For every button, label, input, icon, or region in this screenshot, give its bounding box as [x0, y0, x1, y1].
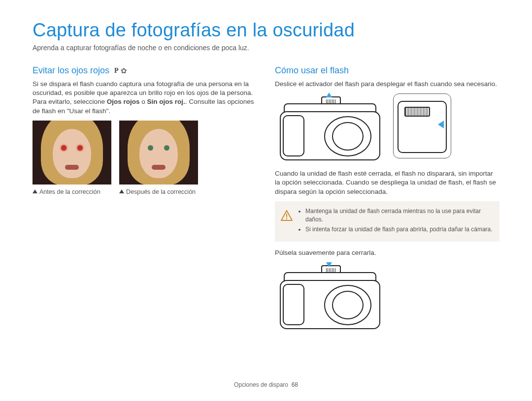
flash-switch-inset: [393, 93, 451, 158]
arrow-up-icon: [326, 93, 332, 97]
warning-icon: [281, 210, 293, 221]
right-column: Cómo usar el flash Deslice el activador …: [275, 65, 499, 338]
section-heading-red-eye-text: Evitar los ojos rojos: [33, 65, 109, 76]
caption-before: Antes de la corrección: [33, 188, 111, 195]
caption-marker-icon: [33, 189, 37, 193]
photo-before-correction: [33, 121, 111, 185]
camera-illustration-close: [275, 262, 388, 331]
page-footer: Opciones de disparo 68: [0, 381, 532, 388]
footer-section: Opciones de disparo: [234, 381, 288, 388]
red-eye-bold-1: Ojos rojos: [107, 98, 140, 105]
flash-paragraph-1: Deslice el activador del flash para desp…: [275, 80, 499, 89]
warning-item-2: Si intenta forzar la unidad de flash par…: [305, 225, 493, 234]
mode-p-icon: P: [114, 67, 119, 75]
arrow-left-icon: [438, 121, 444, 128]
red-eye-bold-2: Sin ojos roj.: [147, 98, 185, 105]
left-column: Evitar los ojos rojos P ✿ Si se dispara …: [33, 65, 257, 338]
red-eye-text-mid: o: [140, 98, 147, 105]
mode-flower-icon: ✿: [121, 67, 127, 75]
section-heading-red-eye: Evitar los ojos rojos P ✿: [33, 65, 257, 76]
caption-after-text: Después de la corrección: [126, 188, 196, 195]
caption-before-text: Antes de la corrección: [39, 188, 100, 195]
photo-after-correction: [119, 121, 198, 185]
section-heading-flash-text: Cómo usar el flash: [275, 65, 349, 76]
flash-close-figure: [275, 262, 499, 331]
warning-item-1: Mantenga la unidad de flash cerrada mien…: [305, 207, 493, 224]
caption-marker-icon: [119, 189, 124, 193]
warning-box: Mantenga la unidad de flash cerrada mien…: [275, 201, 499, 242]
section-heading-flash: Cómo usar el flash: [275, 65, 499, 76]
flash-paragraph-3: Púlsela suavemente para cerrarla.: [275, 248, 499, 257]
mode-icons: P ✿: [114, 67, 127, 75]
caption-after: Después de la corrección: [119, 188, 198, 195]
footer-page-number: 68: [292, 381, 298, 388]
arrow-down-icon: [326, 262, 332, 267]
svg-point-1: [286, 218, 287, 219]
page-intro: Aprenda a capturar fotografías de noche …: [33, 44, 499, 52]
flash-open-figure: [275, 93, 499, 162]
red-eye-paragraph: Si se dispara el flash cuando captura un…: [33, 80, 257, 116]
flash-paragraph-2: Cuando la unidad de flash esté cerrada, …: [275, 169, 499, 196]
page-title: Captura de fotografías en la oscuridad: [33, 20, 499, 41]
camera-illustration-open: [275, 93, 388, 162]
